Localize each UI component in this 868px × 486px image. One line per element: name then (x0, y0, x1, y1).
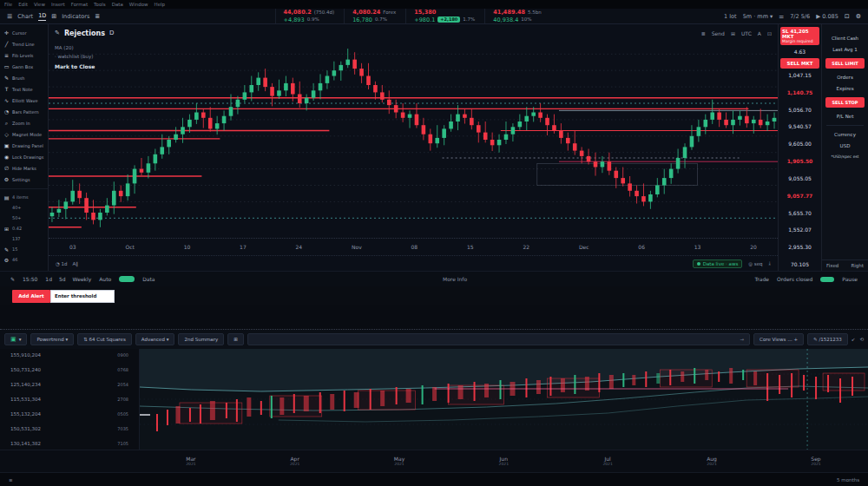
date-label[interactable]: Sep2021 (811, 456, 820, 468)
drag-handle-icon[interactable]: ≡ (9, 477, 13, 483)
date-label[interactable]: Aug2021 (707, 456, 717, 468)
toolbar-right-item[interactable]: ⚌ (779, 13, 784, 20)
ladder-price[interactable]: 9,055.05 (780, 174, 819, 182)
ladder-price[interactable]: 1,905.50 (780, 157, 819, 165)
ladder-price[interactable]: 1,140.75 (780, 89, 819, 96)
sidebar-row[interactable]: Last Avg 1 (825, 47, 865, 52)
tool-footer-item[interactable]: ✎15 (0, 244, 48, 254)
sidebar-row[interactable]: *USD/spec est (825, 154, 865, 159)
menu-item-tools[interactable]: Tools (94, 2, 106, 7)
menu-item-data[interactable]: Data (112, 2, 123, 7)
tool-hide-marks[interactable]: ∅Hide Marks (0, 162, 48, 174)
data-label[interactable]: Data (142, 276, 155, 282)
bottom-toolbar-button[interactable]: Powertrend ▾ (30, 333, 74, 345)
bottom-date-axis[interactable]: Mar2021Apr2021May2021Jun2021Jul2021Aug20… (0, 450, 868, 472)
hamburger-icon[interactable]: ☰ (7, 13, 12, 20)
send-button[interactable]: Send (712, 30, 725, 36)
sidebar-row[interactable]: Expires (825, 86, 865, 91)
menu-item-insert[interactable]: Insert (51, 2, 65, 7)
snapshot-icon[interactable]: ⊡ (767, 30, 772, 36)
toolbar-icon[interactable]: ↙ (852, 337, 856, 342)
bottom-toolbar-button[interactable]: ⇅ 64 Cut Squares (77, 333, 132, 345)
ladder-price[interactable]: 1,047.15 (780, 71, 819, 79)
layout-grid-icon[interactable]: ⊞ (51, 13, 56, 20)
range-label[interactable]: 5 months (837, 477, 859, 483)
alert-threshold-input[interactable]: Enter threshold (50, 290, 115, 303)
tool-bars-pattern[interactable]: ◔Bars Pattern (0, 106, 48, 117)
command-input[interactable]: → (247, 333, 750, 345)
timezone-label[interactable]: UTC (741, 30, 752, 36)
edit-icon[interactable]: ✎ (10, 276, 15, 282)
pencil-icon[interactable]: ✎ (55, 30, 60, 36)
ticker-item[interactable]: 41,489.485.5bn40,938.410% (484, 9, 549, 23)
stop-loss-banner[interactable]: SL 41,205 MKT Margin required (780, 27, 819, 45)
tool-fib-levels[interactable]: ≡Fib Levels (0, 49, 48, 61)
pause-button[interactable]: Pause (842, 276, 858, 282)
menu-item-format[interactable]: Format (71, 2, 88, 7)
sidebar-row[interactable]: P/L Net (825, 114, 865, 119)
ticker-item[interactable]: 4,080.24Forex16,7800.7% (344, 9, 404, 23)
tool-drawing-panel[interactable]: ▣Drawing Panel (0, 140, 48, 151)
tool-zoom-in[interactable]: ⌕Zoom In (0, 117, 48, 128)
date-label[interactable]: May2021 (394, 456, 404, 468)
menu-item-window[interactable]: Window (129, 2, 148, 7)
ladder-price[interactable]: 5,655.70 (780, 209, 819, 217)
tool-footer-item[interactable]: ▤4 items (0, 192, 48, 202)
list-icon[interactable]: ≣ (701, 30, 706, 36)
counter-readout[interactable]: ✎ /1521233 (807, 333, 848, 345)
core-views-button[interactable]: Core Views … + (753, 333, 804, 345)
auto-label[interactable]: A‖ (73, 261, 79, 266)
date-label[interactable]: Jun2021 (499, 456, 509, 468)
add-alert-button[interactable]: Add Alert (12, 290, 50, 303)
toolbar-right-item[interactable]: 7/2 5/6 (790, 13, 810, 20)
toolbar-right-item[interactable]: ▶ 0.085 (816, 13, 838, 20)
sell-market-button[interactable]: SELL MKT (780, 58, 819, 69)
sidebar-row[interactable]: USD (825, 143, 865, 148)
tool-cursor[interactable]: ✛Cursor (0, 27, 48, 38)
sidebar-row[interactable]: Orders (825, 75, 865, 80)
right-tab[interactable]: Right (852, 263, 864, 268)
indicator-color-button[interactable]: ▣▾ (4, 333, 27, 345)
scroll-strip[interactable]: ≡ 5 months (0, 472, 868, 486)
bottom-toolbar-button[interactable]: 2nd Summary (178, 333, 224, 345)
sidebar-row[interactable]: Client Cash (825, 36, 865, 41)
ladder-price[interactable]: 9,057.77 (780, 192, 819, 200)
menu-item-view[interactable]: View (34, 2, 45, 7)
gear-icon[interactable]: ⚙ (856, 13, 861, 20)
ticker-item[interactable]: 44,080.2(750.4d)+4,8930.9% (275, 9, 343, 23)
statusbar-tf-1d[interactable]: 1d (45, 276, 52, 282)
ladder-price[interactable]: 9,605.00 (780, 140, 819, 148)
ladder-price[interactable]: 5,056.70 (780, 106, 819, 114)
menu-item-help[interactable]: Help (155, 2, 166, 7)
date-label[interactable]: Jul2021 (602, 456, 612, 468)
statusbar-tf-5d[interactable]: 5d (59, 276, 66, 282)
time-axis[interactable]: 03Oct101724Nov081522Dec061320 (49, 238, 778, 255)
ticker-item[interactable]: 15,380+980.1+2,1801.7% (405, 9, 483, 23)
chart-timeframe-badge[interactable]: D (109, 30, 114, 36)
bollinger-chart[interactable]: Bollinger Bands (20, 2) (139, 349, 868, 450)
seq-pin-label[interactable]: ◎ seq (748, 261, 762, 266)
toolbar-icon[interactable]: ⟲ (859, 337, 864, 342)
bottom-price-axis[interactable]: 155,910,2040900150,731,2400768125,140,23… (0, 349, 139, 450)
tool-magnet-mode[interactable]: ◇Magnet Mode (0, 128, 48, 140)
menu-item-file[interactable]: File (4, 2, 12, 7)
toolbar-right-item[interactable]: 1 lot (724, 13, 737, 20)
tool-settings[interactable]: ⚙Settings (0, 174, 48, 185)
tool-trend-line[interactable]: ╱Trend Line (0, 38, 48, 49)
ladder-price[interactable]: 9,540.57 (780, 122, 819, 130)
bottom-toolbar-button[interactable]: ⊞ (227, 333, 244, 345)
panel-icon[interactable]: ⊡ (845, 13, 850, 20)
tool-text-note[interactable]: TText Note (0, 83, 48, 95)
sidebar-sell-button[interactable]: SELL STOP (825, 97, 865, 108)
sidebar-sell-button[interactable]: SELL LIMIT (825, 58, 865, 69)
candlestick-chart[interactable]: MA (20) · watchlist (buy) Mark to Close (49, 42, 778, 238)
indicators-button[interactable]: Indicators (62, 13, 89, 20)
tool-elliott-wave[interactable]: ∿Elliott Wave (0, 95, 48, 106)
fixed-tab[interactable]: Fixed (826, 263, 838, 268)
bars-icon[interactable]: ≣ (95, 13, 100, 20)
tool-footer-item[interactable]: ⚙46 (0, 254, 48, 265)
ladder-price[interactable]: 1,552.07 (780, 226, 819, 233)
bottom-toolbar-button[interactable]: Advanced ▾ (135, 333, 175, 345)
toolbar-right-item[interactable]: 5m · mm ▾ (743, 13, 773, 20)
tool-footer-item[interactable]: 137 (0, 233, 48, 244)
